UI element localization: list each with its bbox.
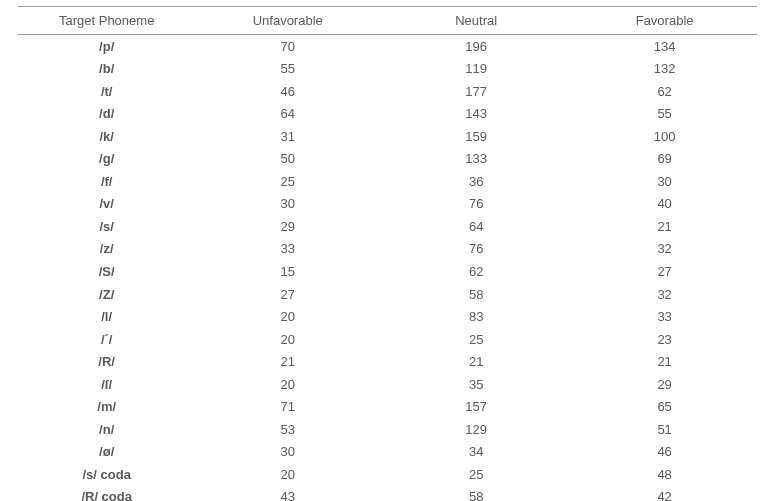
cell-favorable: 134 bbox=[572, 35, 757, 58]
table-row: /ſ/203529 bbox=[18, 373, 757, 396]
table-row: /n/5312951 bbox=[18, 418, 757, 441]
cell-favorable: 32 bbox=[572, 238, 757, 261]
table-row: /s/ coda202548 bbox=[18, 463, 757, 486]
cell-phoneme: /´/ bbox=[18, 328, 195, 351]
cell-phoneme: /s/ coda bbox=[18, 463, 195, 486]
table-row: /k/31159100 bbox=[18, 125, 757, 148]
cell-unfavorable: 30 bbox=[195, 441, 380, 464]
cell-unfavorable: 64 bbox=[195, 103, 380, 126]
cell-neutral: 36 bbox=[380, 170, 572, 193]
table-row: /s/296421 bbox=[18, 215, 757, 238]
cell-neutral: 34 bbox=[380, 441, 572, 464]
cell-favorable: 32 bbox=[572, 283, 757, 306]
cell-neutral: 58 bbox=[380, 283, 572, 306]
cell-unfavorable: 20 bbox=[195, 373, 380, 396]
cell-neutral: 58 bbox=[380, 486, 572, 501]
cell-favorable: 27 bbox=[572, 260, 757, 283]
cell-favorable: 69 bbox=[572, 148, 757, 171]
cell-unfavorable: 33 bbox=[195, 238, 380, 261]
table-row: /p/70196134 bbox=[18, 35, 757, 58]
cell-neutral: 76 bbox=[380, 238, 572, 261]
cell-phoneme: /l/ bbox=[18, 306, 195, 329]
cell-favorable: 40 bbox=[572, 193, 757, 216]
cell-phoneme: /d/ bbox=[18, 103, 195, 126]
cell-unfavorable: 53 bbox=[195, 418, 380, 441]
cell-favorable: 132 bbox=[572, 58, 757, 81]
cell-favorable: 29 bbox=[572, 373, 757, 396]
col-header-favorable: Favorable bbox=[572, 7, 757, 35]
table-row: /g/5013369 bbox=[18, 148, 757, 171]
cell-phoneme: /t/ bbox=[18, 80, 195, 103]
cell-phoneme: /m/ bbox=[18, 396, 195, 419]
cell-unfavorable: 20 bbox=[195, 328, 380, 351]
cell-phoneme: /ſ/ bbox=[18, 373, 195, 396]
table-row: /t/4617762 bbox=[18, 80, 757, 103]
cell-phoneme: /k/ bbox=[18, 125, 195, 148]
table-row: /ø/303446 bbox=[18, 441, 757, 464]
cell-favorable: 33 bbox=[572, 306, 757, 329]
cell-favorable: 21 bbox=[572, 351, 757, 374]
phoneme-table: Target Phoneme Unfavorable Neutral Favor… bbox=[18, 6, 757, 501]
cell-unfavorable: 31 bbox=[195, 125, 380, 148]
cell-unfavorable: 20 bbox=[195, 463, 380, 486]
cell-phoneme: /ø/ bbox=[18, 441, 195, 464]
cell-neutral: 62 bbox=[380, 260, 572, 283]
cell-neutral: 21 bbox=[380, 351, 572, 374]
col-header-unfavorable: Unfavorable bbox=[195, 7, 380, 35]
cell-favorable: 21 bbox=[572, 215, 757, 238]
cell-favorable: 46 bbox=[572, 441, 757, 464]
col-header-phoneme: Target Phoneme bbox=[18, 7, 195, 35]
cell-favorable: 48 bbox=[572, 463, 757, 486]
cell-favorable: 62 bbox=[572, 80, 757, 103]
table-row: /R/212121 bbox=[18, 351, 757, 374]
cell-phoneme: /S/ bbox=[18, 260, 195, 283]
cell-phoneme: /R/ bbox=[18, 351, 195, 374]
cell-unfavorable: 70 bbox=[195, 35, 380, 58]
col-header-neutral: Neutral bbox=[380, 7, 572, 35]
table-row: /R/ coda435842 bbox=[18, 486, 757, 501]
cell-phoneme: /n/ bbox=[18, 418, 195, 441]
table-row: /m/7115765 bbox=[18, 396, 757, 419]
cell-unfavorable: 20 bbox=[195, 306, 380, 329]
table-row: /f/253630 bbox=[18, 170, 757, 193]
cell-neutral: 196 bbox=[380, 35, 572, 58]
cell-unfavorable: 50 bbox=[195, 148, 380, 171]
cell-unfavorable: 21 bbox=[195, 351, 380, 374]
cell-favorable: 23 bbox=[572, 328, 757, 351]
table-row: /l/208333 bbox=[18, 306, 757, 329]
cell-phoneme: /R/ coda bbox=[18, 486, 195, 501]
cell-neutral: 143 bbox=[380, 103, 572, 126]
cell-phoneme: /Z/ bbox=[18, 283, 195, 306]
cell-unfavorable: 46 bbox=[195, 80, 380, 103]
cell-neutral: 83 bbox=[380, 306, 572, 329]
table-row: /Z/275832 bbox=[18, 283, 757, 306]
table-row: /S/156227 bbox=[18, 260, 757, 283]
cell-unfavorable: 43 bbox=[195, 486, 380, 501]
table-row: /v/307640 bbox=[18, 193, 757, 216]
cell-unfavorable: 25 bbox=[195, 170, 380, 193]
cell-neutral: 133 bbox=[380, 148, 572, 171]
cell-neutral: 157 bbox=[380, 396, 572, 419]
phoneme-table-container: Target Phoneme Unfavorable Neutral Favor… bbox=[0, 0, 775, 501]
cell-neutral: 76 bbox=[380, 193, 572, 216]
cell-phoneme: /p/ bbox=[18, 35, 195, 58]
cell-unfavorable: 30 bbox=[195, 193, 380, 216]
cell-neutral: 25 bbox=[380, 463, 572, 486]
cell-unfavorable: 55 bbox=[195, 58, 380, 81]
cell-neutral: 119 bbox=[380, 58, 572, 81]
cell-favorable: 51 bbox=[572, 418, 757, 441]
cell-phoneme: /g/ bbox=[18, 148, 195, 171]
cell-unfavorable: 71 bbox=[195, 396, 380, 419]
cell-neutral: 25 bbox=[380, 328, 572, 351]
cell-neutral: 64 bbox=[380, 215, 572, 238]
cell-favorable: 30 bbox=[572, 170, 757, 193]
cell-favorable: 65 bbox=[572, 396, 757, 419]
cell-unfavorable: 29 bbox=[195, 215, 380, 238]
table-row: /´/202523 bbox=[18, 328, 757, 351]
cell-favorable: 42 bbox=[572, 486, 757, 501]
cell-neutral: 159 bbox=[380, 125, 572, 148]
cell-phoneme: /v/ bbox=[18, 193, 195, 216]
table-row: /z/337632 bbox=[18, 238, 757, 261]
cell-neutral: 177 bbox=[380, 80, 572, 103]
cell-unfavorable: 27 bbox=[195, 283, 380, 306]
